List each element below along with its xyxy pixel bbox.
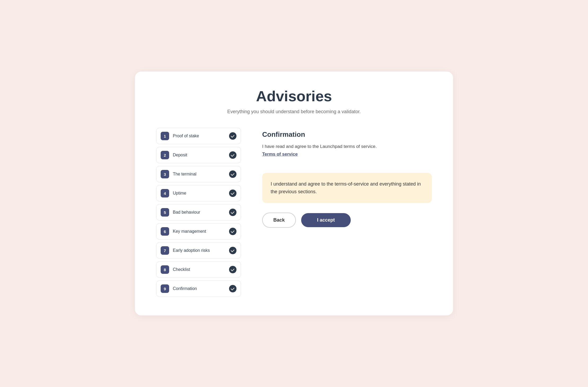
sidebar-item-1[interactable]: 1Proof of stake	[156, 128, 241, 144]
check-icon-4	[229, 190, 236, 197]
sidebar-item-number-6: 6	[161, 227, 169, 236]
page-subtitle: Everything you should understand before …	[156, 109, 432, 115]
page-header: Advisories Everything you should underst…	[156, 87, 432, 115]
accept-button[interactable]: I accept	[301, 213, 351, 227]
sidebar-item-number-4: 4	[161, 189, 169, 197]
sidebar-item-label-9: Confirmation	[173, 286, 229, 291]
main-content: Confirmation I have read and agree to th…	[262, 128, 432, 228]
sidebar-item-number-1: 1	[161, 132, 169, 140]
sidebar-item-6[interactable]: 6Key management	[156, 223, 241, 240]
check-icon-8	[229, 266, 236, 273]
sidebar-item-label-8: Checklist	[173, 267, 229, 272]
sidebar-item-number-5: 5	[161, 208, 169, 217]
sidebar-item-number-9: 9	[161, 284, 169, 293]
agreement-text: I understand and agree to the terms-of-s…	[271, 180, 423, 196]
section-text: I have read and agree to the Launchpad t…	[262, 143, 432, 150]
sidebar-item-label-5: Bad behaviour	[173, 210, 229, 215]
sidebar-item-label-4: Uptime	[173, 191, 229, 196]
sidebar-item-9[interactable]: 9Confirmation	[156, 280, 241, 297]
page-title: Advisories	[156, 87, 432, 105]
sidebar-item-number-7: 7	[161, 246, 169, 255]
check-icon-6	[229, 228, 236, 235]
back-button[interactable]: Back	[262, 213, 296, 228]
sidebar-item-3[interactable]: 3The terminal	[156, 166, 241, 182]
content-area: 1Proof of stake2Deposit3The terminal4Upt…	[156, 128, 432, 297]
sidebar-item-7[interactable]: 7Early adoption risks	[156, 242, 241, 259]
sidebar-item-number-8: 8	[161, 265, 169, 274]
sidebar-item-number-2: 2	[161, 151, 169, 159]
section-title: Confirmation	[262, 130, 432, 139]
terms-link[interactable]: Terms of service	[262, 152, 298, 157]
check-icon-9	[229, 285, 236, 292]
sidebar: 1Proof of stake2Deposit3The terminal4Upt…	[156, 128, 241, 297]
check-icon-7	[229, 247, 236, 254]
check-icon-3	[229, 170, 236, 178]
sidebar-item-label-1: Proof of stake	[173, 134, 229, 138]
sidebar-item-label-3: The terminal	[173, 172, 229, 177]
sidebar-item-number-3: 3	[161, 170, 169, 178]
sidebar-item-label-2: Deposit	[173, 153, 229, 157]
sidebar-item-8[interactable]: 8Checklist	[156, 261, 241, 278]
sidebar-item-2[interactable]: 2Deposit	[156, 147, 241, 163]
advisories-card: Advisories Everything you should underst…	[135, 72, 453, 315]
check-icon-1	[229, 132, 236, 140]
button-row: Back I accept	[262, 213, 432, 228]
check-icon-5	[229, 209, 236, 216]
sidebar-item-4[interactable]: 4Uptime	[156, 185, 241, 201]
check-icon-2	[229, 151, 236, 159]
sidebar-item-label-6: Key management	[173, 229, 229, 234]
sidebar-item-5[interactable]: 5Bad behaviour	[156, 204, 241, 221]
agreement-box: I understand and agree to the terms-of-s…	[262, 173, 432, 203]
sidebar-item-label-7: Early adoption risks	[173, 248, 229, 253]
